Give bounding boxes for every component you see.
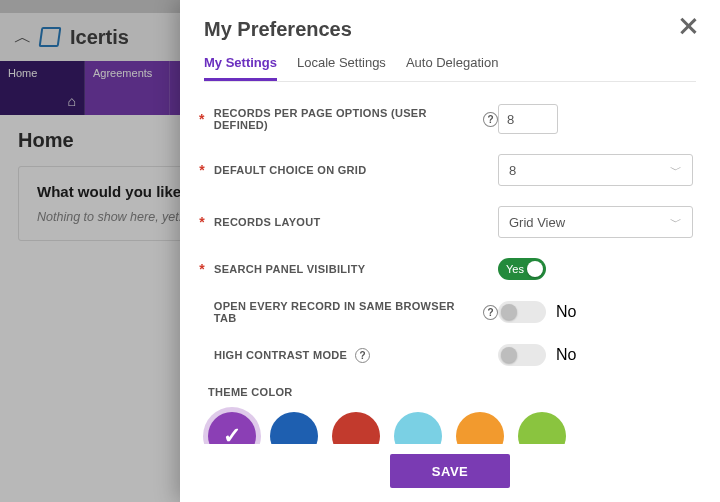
row-same-tab: OPEN EVERY RECORD IN SAME BROWSER TAB ? … bbox=[198, 300, 694, 324]
tab-my-settings[interactable]: My Settings bbox=[204, 55, 277, 81]
modal-title: My Preferences bbox=[204, 18, 696, 41]
theme-swatch-lightblue[interactable] bbox=[394, 412, 442, 444]
row-records-per-page: * RECORDS PER PAGE OPTIONS (USER DEFINED… bbox=[198, 104, 694, 134]
required-icon: * bbox=[198, 111, 206, 127]
chevron-down-icon: ﹀ bbox=[670, 162, 682, 179]
same-tab-toggle[interactable] bbox=[498, 301, 546, 323]
toggle-text: Yes bbox=[506, 263, 524, 275]
row-search-panel: * SEARCH PANEL VISIBILITY Yes bbox=[198, 258, 694, 280]
toggle-text: No bbox=[556, 346, 576, 364]
theme-swatch-orange[interactable] bbox=[456, 412, 504, 444]
row-high-contrast: HIGH CONTRAST MODE ? No bbox=[198, 344, 694, 366]
check-icon: ✓ bbox=[223, 423, 241, 444]
help-icon[interactable]: ? bbox=[483, 305, 498, 320]
required-icon: * bbox=[198, 214, 206, 230]
field-label: OPEN EVERY RECORD IN SAME BROWSER TAB bbox=[214, 300, 475, 324]
toggle-knob bbox=[527, 261, 543, 277]
search-panel-toggle[interactable]: Yes bbox=[498, 258, 546, 280]
field-label: SEARCH PANEL VISIBILITY bbox=[214, 263, 365, 275]
modal-tabs: My Settings Locale Settings Auto Delegat… bbox=[204, 55, 696, 82]
field-label: DEFAULT CHOICE ON GRID bbox=[214, 164, 366, 176]
toggle-text: No bbox=[556, 303, 576, 321]
theme-swatch-blue[interactable] bbox=[270, 412, 318, 444]
chevron-down-icon: ﹀ bbox=[670, 214, 682, 231]
row-records-layout: * RECORDS LAYOUT Grid View ﹀ bbox=[198, 206, 694, 238]
row-default-choice: * DEFAULT CHOICE ON GRID 8 ﹀ bbox=[198, 154, 694, 186]
theme-swatch-red[interactable] bbox=[332, 412, 380, 444]
theme-swatch-green[interactable] bbox=[518, 412, 566, 444]
default-choice-select[interactable]: 8 ﹀ bbox=[498, 154, 693, 186]
tab-auto-delegation[interactable]: Auto Delegation bbox=[406, 55, 499, 81]
help-icon[interactable]: ? bbox=[483, 112, 498, 127]
theme-swatches: ✓ bbox=[198, 412, 694, 444]
field-label: RECORDS PER PAGE OPTIONS (USER DEFINED) bbox=[214, 107, 476, 131]
toggle-knob bbox=[501, 304, 517, 320]
select-value: 8 bbox=[509, 163, 516, 178]
toggle-knob bbox=[501, 347, 517, 363]
theme-swatch-purple[interactable]: ✓ bbox=[208, 412, 256, 444]
preferences-modal: My Preferences My Settings Locale Settin… bbox=[180, 0, 720, 502]
save-button[interactable]: SAVE bbox=[390, 454, 510, 488]
help-icon[interactable]: ? bbox=[355, 348, 370, 363]
tab-locale-settings[interactable]: Locale Settings bbox=[297, 55, 386, 81]
high-contrast-toggle[interactable] bbox=[498, 344, 546, 366]
field-label: RECORDS LAYOUT bbox=[214, 216, 320, 228]
select-value: Grid View bbox=[509, 215, 565, 230]
required-icon: * bbox=[198, 162, 206, 178]
required-icon: * bbox=[198, 261, 206, 277]
theme-color-header: THEME COLOR bbox=[208, 386, 694, 398]
close-icon[interactable] bbox=[678, 16, 698, 36]
records-layout-select[interactable]: Grid View ﹀ bbox=[498, 206, 693, 238]
field-label: HIGH CONTRAST MODE bbox=[214, 349, 347, 361]
records-per-page-input[interactable] bbox=[498, 104, 558, 134]
